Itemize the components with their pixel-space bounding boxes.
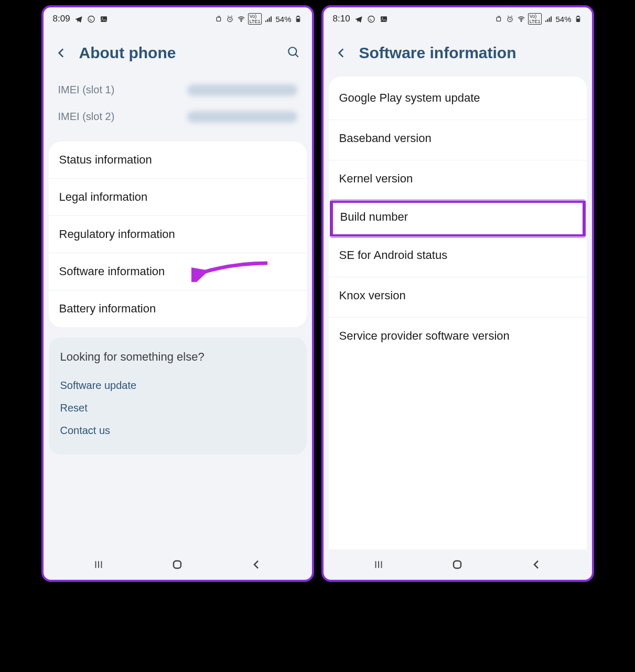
svg-rect-12 (381, 16, 387, 22)
whatsapp-icon (87, 15, 95, 23)
search-button[interactable] (287, 46, 302, 60)
suggestions-card: Looking for something else? Software upd… (49, 338, 307, 454)
knox-version-row[interactable]: Knox version (329, 277, 587, 318)
se-android-status-row[interactable]: SE for Android status (329, 236, 587, 277)
imei-slot1-label: IMEI (slot 1) (58, 84, 115, 96)
header: Software information (324, 30, 592, 77)
svg-point-16 (521, 20, 521, 21)
home-button[interactable] (449, 557, 465, 572)
row-label: Legal information (59, 190, 148, 203)
row-label: Regulatory information (59, 227, 175, 241)
header: About phone (44, 30, 312, 77)
home-button[interactable] (169, 557, 185, 572)
clock: 8:10 (333, 14, 350, 24)
svg-point-5 (241, 20, 241, 21)
kernel-version-row[interactable]: Kernel version (329, 160, 587, 201)
telegram-icon (354, 15, 363, 23)
battery-percent: 54% (275, 15, 291, 24)
back-button[interactable] (334, 46, 349, 60)
telegram-icon (74, 15, 83, 23)
row-label: Status information (59, 153, 152, 166)
recents-button[interactable] (91, 557, 106, 572)
imei-slot2-row[interactable]: IMEI (slot 2) (58, 103, 297, 130)
row-label: Software information (59, 265, 165, 278)
annotation-arrow (191, 258, 270, 285)
software-info-card: Google Play system update Baseband versi… (329, 77, 587, 549)
wifi-icon (517, 15, 525, 23)
volte-icon: Vo)LTE1 (248, 13, 262, 25)
phone-left: 8:09 Vo)LTE1 54% About phone (41, 5, 314, 582)
status-bar: 8:09 Vo)LTE1 54% (44, 7, 312, 30)
baseband-version-row[interactable]: Baseband version (329, 120, 587, 160)
signal-icon (544, 15, 553, 23)
page-title: About phone (79, 44, 276, 62)
alarm-icon (226, 15, 234, 23)
gallery-icon (380, 15, 388, 23)
svg-rect-3 (217, 17, 221, 21)
phone-right: 8:10 Vo)LTE1 54% Software information (321, 5, 594, 582)
legal-information-row[interactable]: Legal information (49, 179, 307, 216)
signal-icon (264, 15, 273, 23)
link-reset[interactable]: Reset (60, 397, 295, 419)
service-provider-version-row[interactable]: Service provider software version (329, 318, 587, 354)
battery-icon-small (215, 15, 223, 23)
gallery-icon (100, 15, 108, 23)
nav-bar (324, 549, 592, 580)
battery-icon (574, 15, 583, 23)
battery-information-row[interactable]: Battery information (49, 290, 307, 327)
info-card: Status information Legal information Reg… (49, 142, 307, 327)
row-label: Service provider software version (339, 329, 510, 342)
svg-rect-7 (297, 16, 299, 17)
svg-rect-18 (577, 16, 579, 17)
battery-icon-small (495, 15, 503, 23)
imei-slot1-value-blurred (187, 84, 297, 96)
svg-rect-10 (174, 561, 181, 568)
build-number-row[interactable]: Build number (340, 210, 575, 224)
recents-button[interactable] (371, 557, 386, 572)
battery-icon (294, 15, 303, 23)
software-information-row[interactable]: Software information (49, 253, 307, 290)
svg-rect-20 (454, 561, 461, 568)
imei-slot2-label: IMEI (slot 2) (58, 111, 115, 123)
row-label: Build number (340, 210, 408, 223)
row-label: Knox version (339, 289, 406, 302)
svg-point-2 (102, 17, 103, 18)
imei-slot1-row[interactable]: IMEI (slot 1) (58, 77, 297, 103)
back-nav-button[interactable] (249, 557, 264, 572)
page-title: Software information (359, 44, 582, 62)
svg-point-0 (88, 16, 94, 22)
svg-rect-19 (577, 19, 579, 21)
row-label: Battery information (59, 302, 156, 315)
suggestions-heading: Looking for something else? (60, 350, 295, 364)
row-label: SE for Android status (339, 248, 448, 262)
build-number-highlight: Build number (330, 200, 586, 237)
google-play-update-row[interactable]: Google Play system update (329, 80, 587, 120)
back-button[interactable] (54, 46, 69, 60)
whatsapp-icon (367, 15, 375, 23)
svg-point-9 (288, 47, 296, 55)
imei-slot2-value-blurred (187, 111, 297, 123)
link-software-update[interactable]: Software update (60, 374, 295, 397)
back-nav-button[interactable] (529, 557, 544, 572)
status-information-row[interactable]: Status information (49, 142, 307, 179)
svg-rect-8 (297, 19, 299, 21)
row-label: Baseband version (339, 132, 432, 145)
status-bar: 8:10 Vo)LTE1 54% (324, 7, 592, 30)
link-contact-us[interactable]: Contact us (60, 419, 295, 442)
battery-percent: 54% (555, 15, 571, 24)
svg-rect-1 (101, 16, 107, 22)
svg-rect-14 (497, 17, 501, 21)
wifi-icon (237, 15, 245, 23)
alarm-icon (506, 15, 514, 23)
nav-bar (44, 549, 312, 580)
row-label: Google Play system update (339, 91, 480, 104)
regulatory-information-row[interactable]: Regulatory information (49, 216, 307, 253)
svg-point-13 (382, 17, 383, 18)
svg-point-11 (368, 16, 374, 22)
row-label: Kernel version (339, 172, 413, 185)
clock: 8:09 (53, 14, 70, 24)
imei-section: IMEI (slot 1) IMEI (slot 2) (44, 77, 312, 142)
volte-icon: Vo)LTE1 (528, 13, 542, 25)
